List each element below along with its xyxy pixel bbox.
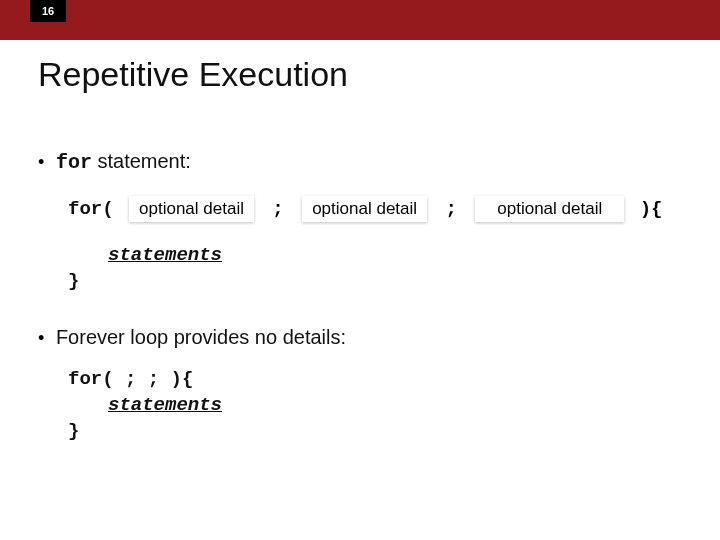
for-open-brace: ){ [640,198,663,220]
statements-placeholder-2: statements [108,393,690,419]
bullet-forever: • Forever loop provides no details: [38,326,690,349]
slide-body: • for statement: for( optional detail ; … [38,150,690,444]
semicolon-1: ; [269,198,286,220]
slide-title: Repetitive Execution [38,55,348,94]
optional-detail-box-2: optional detail [302,196,427,222]
bullet1-rest: statement: [92,150,191,172]
bullet2-text: Forever loop provides no details: [56,326,346,348]
for-open: for( [68,198,114,220]
optional-detail-box-3: optional detail [475,196,624,222]
forever-code-block: for( ; ; ){ statements } [68,367,690,444]
for-syntax-line: for( optional detail ; optional detail ;… [68,196,690,222]
page-number: 16 [30,0,66,22]
statements-placeholder-1: statements [108,244,690,266]
slide: 16 Repetitive Execution • for statement:… [0,0,720,540]
forever-line1: for( ; ; ){ [68,367,690,393]
for-keyword-label: for [56,151,92,174]
bullet-dot-icon: • [38,152,44,173]
semicolon-2: ; [442,198,459,220]
bullet-for-statement: • for statement: [38,150,690,174]
close-brace-2: } [68,419,690,445]
optional-detail-box-1: optional detail [129,196,254,222]
header-bar [0,0,720,40]
close-brace-1: } [68,270,690,292]
bullet-dot-icon: • [38,328,44,349]
